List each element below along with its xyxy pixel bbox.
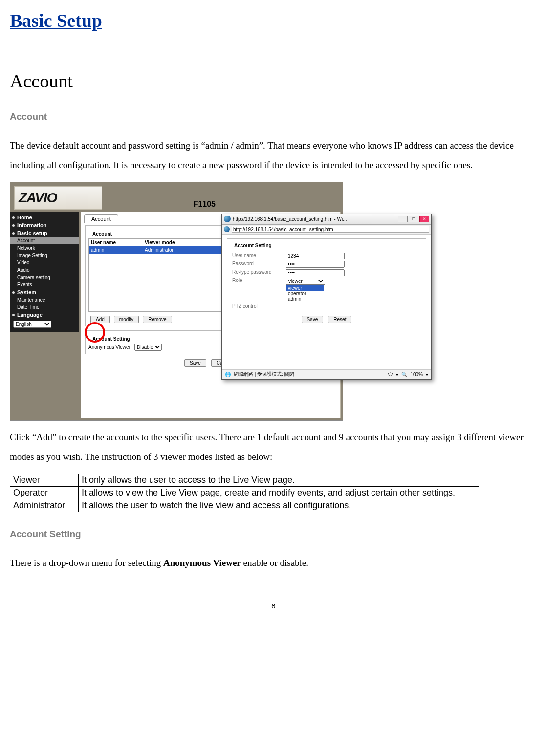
label-user-name: User name (232, 253, 286, 258)
sidebar-item-home[interactable]: Home (10, 214, 79, 221)
sidebar-item-maintenance[interactable]: Maintenance (10, 296, 79, 303)
sidebar-item-information[interactable]: Information (10, 221, 79, 229)
screenshot-container: ZAVIO F1105 Home Information Basic setup… (10, 182, 343, 421)
add-button[interactable]: Add (90, 316, 110, 323)
cell-desc-viewer: It only allows the user to access to the… (79, 474, 479, 486)
sidebar-item-account[interactable]: Account (10, 237, 79, 244)
popup-fieldset: Account Setting User name Password Re-ty… (227, 238, 426, 328)
model-label: F1105 (194, 200, 216, 209)
sidebar-item-image-setting[interactable]: Image Setting (10, 252, 79, 259)
tab-account[interactable]: Account (84, 214, 118, 223)
section-title-account: Account (10, 70, 537, 92)
para3-pre: There is a drop-down menu for selecting (10, 558, 163, 568)
ie-icon (224, 216, 231, 222)
label-retype-password: Re-type password (232, 269, 286, 275)
role-option-admin[interactable]: admin (286, 296, 324, 302)
anonymous-viewer-select[interactable]: Disable (134, 344, 162, 351)
ie-icon (224, 226, 230, 232)
user-name-field[interactable] (286, 253, 345, 259)
modify-button[interactable]: modify (114, 316, 139, 323)
sidebar-item-video[interactable]: Video (10, 259, 79, 266)
para3-post: enable or disable. (241, 558, 308, 568)
zoom-level: 100% (410, 372, 423, 377)
cell-role-viewer: Viewer (10, 474, 79, 486)
paragraph-add-accounts: Click “Add” to create the accounts to th… (10, 428, 537, 467)
sidebar-item-language[interactable]: Language (10, 311, 79, 319)
popup-window: http://192.168.1.54/basic_account_settin… (221, 214, 432, 380)
popup-titlebar[interactable]: http://192.168.1.54/basic_account_settin… (222, 214, 431, 225)
page-title: Basic Setup (10, 10, 537, 31)
popup-title-text: http://192.168.1.54/basic_account_settin… (233, 216, 396, 222)
zoom-icon[interactable]: 🔍 (401, 372, 407, 377)
sidebar-nav: Home Information Basic setup Account Net… (10, 212, 79, 332)
save-button[interactable]: Save (184, 359, 206, 367)
col-user-name: User name (89, 239, 143, 246)
account-group-label: Account (90, 231, 114, 237)
popup-reset-button[interactable]: Reset (328, 316, 351, 323)
password-field[interactable] (286, 261, 345, 268)
brand-logo: ZAVIO (14, 186, 102, 210)
sidebar-item-network[interactable]: Network (10, 244, 79, 252)
label-password: Password (232, 261, 286, 266)
maximize-icon[interactable]: □ (409, 216, 418, 222)
cell-role-administrator: Administrator (10, 499, 79, 512)
label-role: Role (232, 278, 286, 283)
url-field[interactable] (232, 226, 429, 233)
cell-user: admin (89, 246, 143, 254)
table-row: Operator It allows to view the Live View… (10, 486, 479, 499)
role-dropdown-list[interactable]: viewer operator admin (286, 285, 324, 302)
role-option-operator[interactable]: operator (286, 291, 324, 296)
close-icon[interactable]: ✕ (419, 216, 429, 222)
label-ptz-control: PTZ control (232, 303, 286, 309)
cell-role-operator: Operator (10, 486, 79, 499)
viewer-modes-table: Viewer It only allows the user to access… (10, 474, 479, 512)
sidebar-item-basic-setup[interactable]: Basic setup (10, 229, 79, 237)
retype-password-field[interactable] (286, 269, 345, 276)
anonymous-viewer-label: Anonymous Viewer (88, 345, 131, 350)
paragraph-intro: The device default account and password … (10, 136, 537, 175)
globe-icon: 🌐 (225, 372, 231, 377)
cell-desc-operator: It allows to view the Live View page, cr… (79, 486, 479, 499)
paragraph-anon-viewer: There is a drop-down menu for selecting … (10, 553, 537, 573)
role-option-viewer[interactable]: viewer (286, 285, 324, 291)
popup-statusbar: 🌐 網際網路 | 受保護模式: 關閉 🛡 ▾ 🔍 100% ▾ (222, 369, 431, 379)
page-number: 8 (10, 602, 537, 610)
language-select[interactable]: English (13, 321, 51, 328)
popup-save-button[interactable]: Save (302, 316, 324, 323)
subheading-account: Account (10, 111, 537, 122)
remove-button[interactable]: Remove (143, 316, 172, 323)
minimize-icon[interactable]: – (398, 216, 408, 222)
sidebar-item-date-time[interactable]: Date Time (10, 303, 79, 311)
table-row: Administrator It allows the user to watc… (10, 499, 479, 512)
status-text: 網際網路 | 受保護模式: 關閉 (234, 371, 294, 378)
account-setting-group-label: Account Setting (90, 336, 132, 342)
table-row: Viewer It only allows the user to access… (10, 474, 479, 486)
popup-fieldset-label: Account Setting (232, 243, 274, 248)
sidebar-item-system[interactable]: System (10, 288, 79, 296)
subheading-account-setting: Account Setting (10, 529, 537, 540)
role-select[interactable]: viewer (286, 278, 325, 285)
sidebar-item-audio[interactable]: Audio (10, 266, 79, 274)
cell-desc-administrator: It allows the user to watch the live vie… (79, 499, 479, 512)
para3-bold: Anonymous Viewer (163, 558, 241, 568)
shield-icon: 🛡 (388, 372, 393, 377)
sidebar-item-camera-setting[interactable]: Camera setting (10, 274, 79, 281)
sidebar-item-events[interactable]: Events (10, 281, 79, 288)
